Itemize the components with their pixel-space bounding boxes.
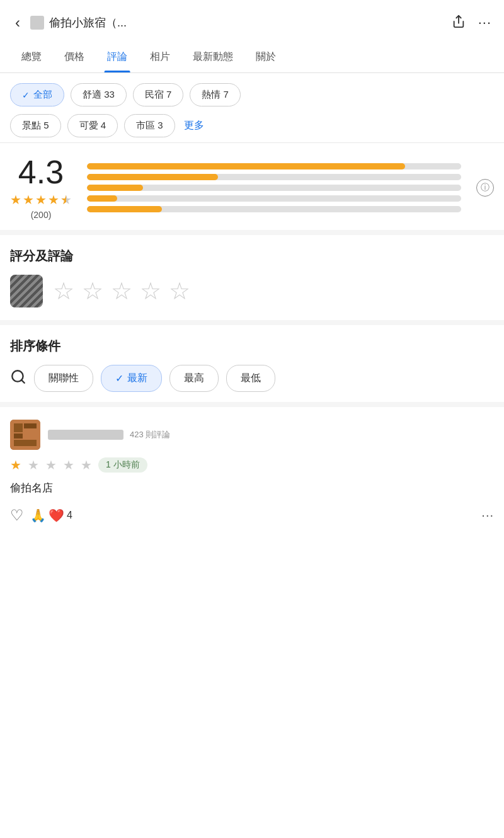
title-area: 偷拍小旅宿（...	[30, 15, 444, 30]
filter-chip-attractions-label: 景點 5	[22, 120, 49, 132]
filter-chip-passion-label: 熱情 7	[202, 89, 229, 101]
filter-chip-all[interactable]: ✓ 全部	[10, 83, 64, 106]
filter-section: ✓ 全部 舒適 33 民宿 7 熱情 7 景點 5 可愛 4 市區 3 更多	[0, 73, 504, 142]
review-star-3: ★	[45, 457, 57, 473]
rating-score: 4.3	[18, 156, 64, 188]
star-4: ★	[48, 192, 59, 207]
share-icon[interactable]	[452, 14, 466, 32]
filter-row-1: ✓ 全部 舒適 33 民宿 7 熱情 7	[10, 83, 494, 106]
filter-chip-minsu[interactable]: 民宿 7	[133, 83, 184, 106]
filter-chip-comfort[interactable]: 舒適 33	[71, 83, 127, 106]
review-star-4: ★	[63, 457, 74, 473]
write-review-section: 評分及評論 ☆ ☆ ☆ ☆ ☆	[0, 230, 504, 320]
reaction-count: 4	[67, 510, 72, 521]
tab-about[interactable]: 關於	[244, 42, 287, 72]
svg-rect-8	[14, 440, 37, 446]
star-input-4[interactable]: ☆	[140, 277, 161, 305]
rating-left: 4.3 ★ ★ ★ ★ ★ ★ (200)	[10, 156, 72, 220]
filter-chip-downtown[interactable]: 市區 3	[124, 114, 175, 137]
bar-fill-1	[87, 206, 162, 212]
bar-fill-5	[87, 163, 405, 169]
reviewer-info: 423 則評論	[48, 429, 170, 440]
time-badge: 1 小時前	[98, 457, 147, 473]
bar-track-4	[87, 174, 461, 180]
sort-chip-highest[interactable]: 最高	[169, 365, 219, 392]
user-avatar	[10, 275, 43, 307]
top-actions: ···	[452, 14, 491, 32]
review-star-5: ★	[81, 457, 92, 473]
sort-chip-lowest-label: 最低	[241, 372, 261, 385]
more-options-icon[interactable]: ···	[478, 14, 491, 31]
sort-chip-relevance[interactable]: 關聯性	[34, 365, 93, 392]
bar-track-3	[87, 185, 461, 191]
star-half: ★ ★	[60, 192, 72, 207]
sort-chip-newest[interactable]: ✓ 最新	[101, 365, 162, 392]
reviewer-name-blur	[48, 430, 123, 440]
star-input-2[interactable]: ☆	[82, 277, 103, 305]
sort-section-title: 排序條件	[10, 338, 494, 355]
sort-chip-relevance-label: 關聯性	[49, 372, 79, 385]
bar-fill-4	[87, 174, 218, 180]
filter-chip-downtown-label: 市區 3	[136, 120, 163, 132]
star-1: ★	[10, 192, 21, 207]
bar-track-5	[87, 163, 461, 169]
write-review-title: 評分及評論	[10, 248, 494, 265]
emoji-reactions: 🙏 ❤️ 4	[30, 508, 72, 523]
filter-row-2: 景點 5 可愛 4 市區 3 更多	[10, 114, 494, 137]
bar-row-2	[87, 195, 461, 202]
reviewer-meta: 423 則評論	[130, 429, 170, 440]
back-button[interactable]: ‹	[13, 11, 23, 34]
like-button[interactable]: ♡	[10, 507, 24, 524]
bar-row-4	[87, 174, 461, 180]
filter-chip-all-label: 全部	[33, 89, 52, 101]
rating-section: 4.3 ★ ★ ★ ★ ★ ★ (200)	[0, 142, 504, 230]
star-input-3[interactable]: ☆	[111, 277, 132, 305]
top-bar: ‹ 偷拍小旅宿（... ···	[0, 0, 504, 42]
sort-section: 排序條件 關聯性 ✓ 最新 最高 最低	[0, 320, 504, 402]
filter-chip-passion[interactable]: 熱情 7	[190, 83, 241, 106]
page-title: 偷拍小旅宿（...	[49, 15, 127, 30]
sort-search-icon[interactable]	[10, 369, 26, 389]
tab-overview[interactable]: 總覽	[10, 42, 53, 72]
rating-bars	[87, 163, 461, 212]
review-more-options[interactable]: ···	[481, 508, 494, 522]
review-star-1: ★	[10, 457, 21, 473]
rating-info-icon[interactable]: ⓘ	[476, 179, 494, 197]
tab-price[interactable]: 價格	[53, 42, 96, 72]
review-stars-row: ★ ★ ★ ★ ★ 1 小時前	[10, 457, 494, 473]
review-text: 偷拍名店	[10, 480, 494, 496]
stars-display: ★ ★ ★ ★ ★ ★	[10, 192, 72, 207]
nav-tabs: 總覽 價格 評論 相片 最新動態 關於	[0, 42, 504, 73]
bar-row-3	[87, 185, 461, 191]
star-3: ★	[35, 192, 47, 207]
rating-count: (200)	[31, 210, 52, 220]
sort-row: 關聯性 ✓ 最新 最高 最低	[10, 365, 494, 392]
review-actions: ♡ 🙏 ❤️ 4 ···	[10, 507, 494, 524]
filter-chip-cute-label: 可愛 4	[79, 120, 106, 132]
bar-track-1	[87, 206, 461, 212]
filter-chip-cute[interactable]: 可愛 4	[67, 114, 118, 137]
more-filters-link[interactable]: 更多	[181, 114, 207, 137]
tab-reviews[interactable]: 評論	[96, 42, 139, 72]
sort-chip-lowest[interactable]: 最低	[226, 365, 275, 392]
star-input-5[interactable]: ☆	[169, 277, 190, 305]
filter-chip-comfort-label: 舒適 33	[83, 89, 115, 101]
sort-chip-newest-label: 最新	[127, 372, 147, 385]
reviewer-avatar	[10, 420, 40, 450]
star-input-1[interactable]: ☆	[53, 277, 74, 305]
favicon	[30, 16, 44, 30]
review-card: 423 則評論 ★ ★ ★ ★ ★ 1 小時前 偷拍名店 ♡ 🙏 ❤️ 4 ··…	[0, 402, 504, 534]
bar-fill-2	[87, 195, 117, 202]
bar-track-2	[87, 195, 461, 202]
check-icon: ✓	[22, 90, 30, 100]
svg-rect-6	[14, 433, 23, 439]
action-left: ♡ 🙏 ❤️ 4	[10, 507, 72, 524]
sort-check-icon: ✓	[115, 372, 123, 384]
review-input-row: ☆ ☆ ☆ ☆ ☆	[10, 275, 494, 307]
svg-rect-5	[24, 423, 37, 428]
tab-photos[interactable]: 相片	[139, 42, 181, 72]
star-2: ★	[23, 192, 34, 207]
star-input[interactable]: ☆ ☆ ☆ ☆ ☆	[53, 277, 190, 305]
filter-chip-attractions[interactable]: 景點 5	[10, 114, 61, 137]
tab-updates[interactable]: 最新動態	[181, 42, 244, 72]
